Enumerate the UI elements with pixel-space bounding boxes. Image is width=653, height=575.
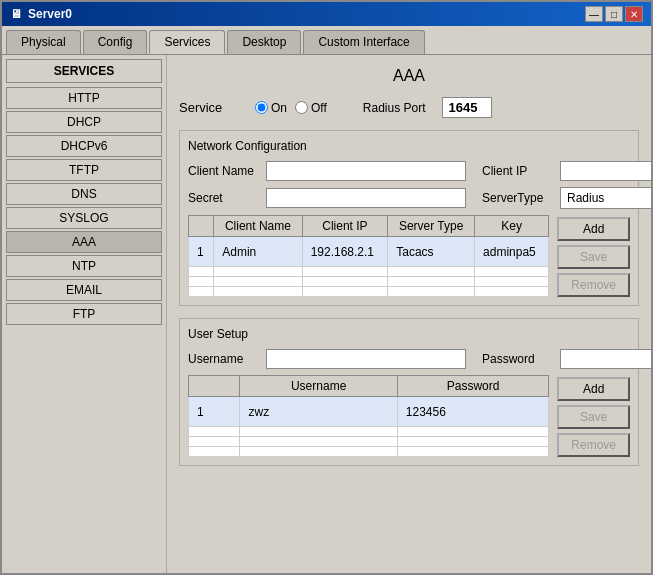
user-remove-button[interactable]: Remove — [557, 433, 630, 457]
network-table-col-key: Key — [475, 216, 549, 237]
user-table-row: 1 zwz 123456 — [189, 397, 549, 427]
username-label: Username — [188, 352, 258, 366]
sidebar-item-http[interactable]: HTTP — [6, 87, 162, 109]
user-add-button[interactable]: Add — [557, 377, 630, 401]
network-row-key: adminpa5 — [475, 237, 549, 267]
tab-custom-interface[interactable]: Custom Interface — [303, 30, 424, 54]
radius-port-label: Radius Port — [363, 101, 426, 115]
user-setup-credentials-row: Username Password — [188, 349, 630, 369]
user-table-col-empty — [189, 376, 240, 397]
network-table-col-client-ip: Client IP — [302, 216, 388, 237]
sidebar-item-dhcpv6[interactable]: DHCPv6 — [6, 135, 162, 157]
network-config-label: Network Configuration — [188, 139, 630, 153]
secret-input[interactable] — [266, 188, 466, 208]
maximize-button[interactable]: □ — [605, 6, 623, 22]
tab-services[interactable]: Services — [149, 30, 225, 54]
client-name-label: Client Name — [188, 164, 258, 178]
user-setup-label: User Setup — [188, 327, 630, 341]
network-row-server-type: Tacacs — [388, 237, 475, 267]
user-row-index: 1 — [189, 397, 240, 427]
password-label: Password — [482, 352, 552, 366]
service-off-label: Off — [311, 101, 327, 115]
network-table-col-client-name: Client Name — [214, 216, 302, 237]
user-row-username: zwz — [240, 397, 397, 427]
service-off-radio[interactable]: Off — [295, 101, 327, 115]
content-area: SERVICES HTTP DHCP DHCPv6 TFTP DNS SYSLO… — [2, 54, 651, 573]
user-setup-section: User Setup Username Password Username Pa… — [179, 318, 639, 466]
user-table-empty-row1 — [189, 427, 549, 437]
client-ip-input[interactable] — [560, 161, 651, 181]
window-title: Server0 — [28, 7, 72, 21]
password-input[interactable] — [560, 349, 651, 369]
service-radio-group: On Off — [255, 101, 327, 115]
close-button[interactable]: ✕ — [625, 6, 643, 22]
sidebar-item-ntp[interactable]: NTP — [6, 255, 162, 277]
user-save-button[interactable]: Save — [557, 405, 630, 429]
sidebar-title: SERVICES — [6, 59, 162, 83]
service-off-input[interactable] — [295, 101, 308, 114]
tab-desktop[interactable]: Desktop — [227, 30, 301, 54]
service-on-label: On — [271, 101, 287, 115]
title-bar: 🖥 Server0 — □ ✕ — [2, 2, 651, 26]
sidebar-item-tftp[interactable]: TFTP — [6, 159, 162, 181]
sidebar-item-aaa[interactable]: AAA — [6, 231, 162, 253]
network-save-button[interactable]: Save — [557, 245, 630, 269]
server-type-label: ServerType — [482, 191, 552, 205]
network-secret-row: Secret ServerType Radius TACACS — [188, 187, 630, 209]
sidebar: SERVICES HTTP DHCP DHCPv6 TFTP DNS SYSLO… — [2, 55, 167, 573]
service-row: Service On Off Radius Port 1645 — [179, 97, 639, 118]
sidebar-item-dns[interactable]: DNS — [6, 183, 162, 205]
user-setup-table: Username Password 1 zwz 123456 — [188, 375, 549, 457]
network-table-col-empty — [189, 216, 214, 237]
sidebar-item-dhcp[interactable]: DHCP — [6, 111, 162, 133]
client-name-input[interactable] — [266, 161, 466, 181]
service-on-input[interactable] — [255, 101, 268, 114]
panel-title: AAA — [179, 67, 639, 85]
user-btn-col: Add Save Remove — [557, 375, 630, 457]
user-row-password: 123456 — [397, 397, 549, 427]
network-btn-col: Add Save Remove — [557, 215, 630, 297]
network-table-col-server-type: Server Type — [388, 216, 475, 237]
network-table-empty-row1 — [189, 267, 549, 277]
tab-physical[interactable]: Physical — [6, 30, 81, 54]
service-on-radio[interactable]: On — [255, 101, 287, 115]
service-label: Service — [179, 100, 239, 115]
window-icon: 🖥 — [10, 7, 22, 21]
username-input[interactable] — [266, 349, 466, 369]
sidebar-item-syslog[interactable]: SYSLOG — [6, 207, 162, 229]
user-table-area: Username Password 1 zwz 123456 — [188, 375, 630, 457]
network-row-client-ip: 192.168.2.1 — [302, 237, 388, 267]
network-row-index: 1 — [189, 237, 214, 267]
main-window: 🖥 Server0 — □ ✕ Physical Config Services… — [0, 0, 653, 575]
radius-port-value: 1645 — [442, 97, 492, 118]
title-bar-controls: — □ ✕ — [585, 6, 643, 22]
sidebar-item-ftp[interactable]: FTP — [6, 303, 162, 325]
tab-bar: Physical Config Services Desktop Custom … — [2, 26, 651, 54]
user-table-empty-row2 — [189, 437, 549, 447]
user-table-empty-row3 — [189, 447, 549, 457]
network-config-section: Network Configuration Client Name Client… — [179, 130, 639, 306]
server-type-select[interactable]: Radius TACACS — [560, 187, 651, 209]
network-table-row: 1 Admin 192.168.2.1 Tacacs adminpa5 — [189, 237, 549, 267]
network-table-empty-row2 — [189, 277, 549, 287]
main-panel: AAA Service On Off Radius Port 1645 — [167, 55, 651, 573]
user-table-col-username: Username — [240, 376, 397, 397]
minimize-button[interactable]: — — [585, 6, 603, 22]
client-ip-label: Client IP — [482, 164, 552, 178]
title-bar-left: 🖥 Server0 — [10, 7, 72, 21]
network-add-button[interactable]: Add — [557, 217, 630, 241]
secret-label: Secret — [188, 191, 258, 205]
network-row-client-name: Admin — [214, 237, 302, 267]
network-remove-button[interactable]: Remove — [557, 273, 630, 297]
tab-config[interactable]: Config — [83, 30, 148, 54]
sidebar-item-email[interactable]: EMAIL — [6, 279, 162, 301]
network-config-table: Client Name Client IP Server Type Key 1 … — [188, 215, 549, 297]
user-table-col-password: Password — [397, 376, 549, 397]
network-table-area: Client Name Client IP Server Type Key 1 … — [188, 215, 630, 297]
network-table-empty-row3 — [189, 287, 549, 297]
network-client-name-row: Client Name Client IP — [188, 161, 630, 181]
